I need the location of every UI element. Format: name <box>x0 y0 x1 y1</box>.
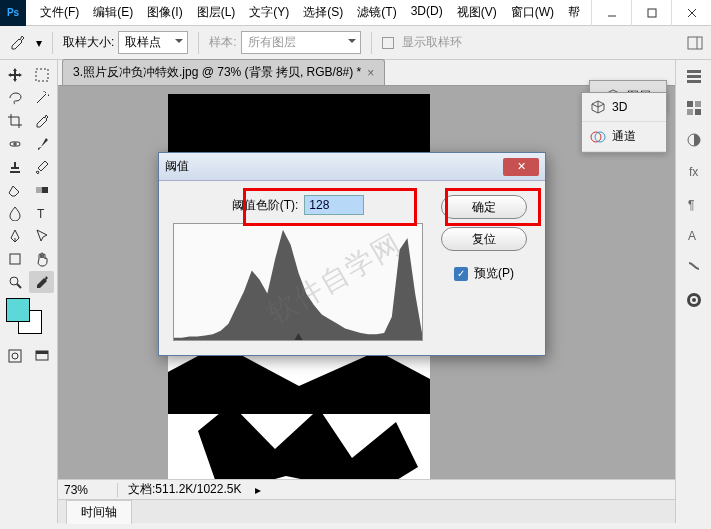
stamp-tool[interactable] <box>2 156 27 178</box>
adjustments-panel-icon[interactable] <box>684 130 704 150</box>
show-ring-label: 显示取样环 <box>402 34 462 51</box>
window-controls <box>591 0 711 26</box>
minimize-button[interactable] <box>591 0 631 26</box>
menu-view[interactable]: 视图(V) <box>451 0 503 25</box>
svg-rect-11 <box>36 187 42 193</box>
move-tool[interactable] <box>2 64 27 86</box>
svg-rect-20 <box>687 70 701 73</box>
svg-rect-6 <box>36 69 48 81</box>
color-sampler-tool[interactable] <box>29 271 54 293</box>
paragraph-panel-icon[interactable]: ¶ <box>684 194 704 214</box>
ok-button[interactable]: 确定 <box>441 195 527 219</box>
brush-tool[interactable] <box>29 133 54 155</box>
menu-window[interactable]: 窗口(W) <box>505 0 560 25</box>
pen-tool[interactable] <box>2 225 27 247</box>
svg-text:¶: ¶ <box>688 198 694 212</box>
crop-tool[interactable] <box>2 110 27 132</box>
threshold-dialog: 阈值 ✕ 阈值色阶(T): 确定 复位 ✓ 预览(P) <box>158 152 546 356</box>
menubar: 文件(F) 编辑(E) 图像(I) 图层(L) 文字(Y) 选择(S) 滤镜(T… <box>26 0 591 25</box>
cube-icon <box>590 99 606 115</box>
history-brush-tool[interactable] <box>29 156 54 178</box>
menu-filter[interactable]: 滤镜(T) <box>351 0 402 25</box>
show-ring-checkbox[interactable] <box>382 37 394 49</box>
channels-icon <box>590 129 606 145</box>
reset-button[interactable]: 复位 <box>441 227 527 251</box>
zoom-level[interactable]: 73% <box>58 483 118 497</box>
divider <box>198 32 199 54</box>
type-tool[interactable]: T <box>29 202 54 224</box>
styles-panel-icon[interactable]: fx <box>684 162 704 182</box>
sample-select[interactable]: 所有图层 <box>241 31 361 54</box>
svg-rect-24 <box>695 101 701 107</box>
close-tab-icon[interactable]: × <box>367 66 374 80</box>
doc-info: 文档:511.2K/1022.5K <box>118 481 251 498</box>
path-select-tool[interactable] <box>29 225 54 247</box>
menu-image[interactable]: 图像(I) <box>141 0 188 25</box>
screenmode-tool[interactable] <box>29 345 54 367</box>
zoom-tool[interactable] <box>2 271 27 293</box>
threshold-histogram[interactable] <box>173 223 423 341</box>
svg-rect-21 <box>687 75 701 78</box>
docinfo-menu-icon[interactable]: ▸ <box>255 483 261 497</box>
svg-rect-16 <box>9 350 21 362</box>
dialog-close-button[interactable]: ✕ <box>503 158 539 176</box>
options-bar: ▾ 取样大小: 取样点 样本: 所有图层 显示取样环 <box>0 26 711 60</box>
foreground-swatch[interactable] <box>6 298 30 322</box>
divider <box>371 32 372 54</box>
svg-rect-22 <box>687 80 701 83</box>
panel-toggle-icon[interactable] <box>687 36 703 50</box>
menu-file[interactable]: 文件(F) <box>34 0 85 25</box>
divider <box>52 32 53 54</box>
blur-tool[interactable] <box>2 202 27 224</box>
healing-tool[interactable] <box>2 133 27 155</box>
chevron-down-icon[interactable]: ▾ <box>36 36 42 50</box>
svg-line-15 <box>17 284 21 288</box>
maximize-button[interactable] <box>631 0 671 26</box>
menu-select[interactable]: 选择(S) <box>297 0 349 25</box>
threshold-input[interactable] <box>304 195 364 215</box>
menu-type[interactable]: 文字(Y) <box>243 0 295 25</box>
brush-panel-icon[interactable] <box>684 258 704 278</box>
panel-3d[interactable]: 3D <box>582 93 666 122</box>
sample-size-label: 取样大小: <box>63 34 114 51</box>
panel-channels[interactable]: 通道 <box>582 122 666 152</box>
svg-rect-26 <box>695 109 701 115</box>
svg-text:T: T <box>37 207 45 221</box>
document-tab-title: 3.照片反冲负冲特效.jpg @ 73% (背景 拷贝, RGB/8#) * <box>73 64 361 81</box>
menu-edit[interactable]: 编辑(E) <box>87 0 139 25</box>
character-panel-icon[interactable]: A <box>684 226 704 246</box>
svg-text:fx: fx <box>689 165 698 179</box>
dialog-title: 阈值 <box>165 158 189 175</box>
threshold-label: 阈值色阶(T): <box>232 197 299 214</box>
magic-wand-tool[interactable] <box>29 87 54 109</box>
menu-3d[interactable]: 3D(D) <box>405 0 449 25</box>
menu-layer[interactable]: 图层(L) <box>191 0 242 25</box>
quickmask-tool[interactable] <box>2 345 27 367</box>
cloud-panel-icon[interactable] <box>684 290 704 310</box>
sample-label: 样本: <box>209 34 236 51</box>
color-swatches[interactable] <box>2 294 55 344</box>
menu-help[interactable]: 帮 <box>562 0 586 25</box>
dialog-titlebar[interactable]: 阈值 ✕ <box>159 153 545 181</box>
history-panel-icon[interactable] <box>684 66 704 86</box>
panel-3d-label: 3D <box>612 100 627 114</box>
svg-point-17 <box>12 353 18 359</box>
shape-tool[interactable] <box>2 248 27 270</box>
eyedropper-tool[interactable] <box>29 110 54 132</box>
preview-checkbox[interactable]: ✓ <box>454 267 468 281</box>
info-panels: 3D 通道 <box>581 92 667 153</box>
gradient-tool[interactable] <box>29 179 54 201</box>
hand-tool[interactable] <box>29 248 54 270</box>
titlebar: Ps 文件(F) 编辑(E) 图像(I) 图层(L) 文字(Y) 选择(S) 滤… <box>0 0 711 26</box>
swatches-panel-icon[interactable] <box>684 98 704 118</box>
document-tabbar: 3.照片反冲负冲特效.jpg @ 73% (背景 拷贝, RGB/8#) * × <box>58 60 675 86</box>
close-button[interactable] <box>671 0 711 26</box>
document-tab[interactable]: 3.照片反冲负冲特效.jpg @ 73% (背景 拷贝, RGB/8#) * × <box>62 59 385 85</box>
marquee-tool[interactable] <box>29 64 54 86</box>
lasso-tool[interactable] <box>2 87 27 109</box>
status-bar: 73% 文档:511.2K/1022.5K ▸ <box>58 479 675 499</box>
timeline-tab[interactable]: 时间轴 <box>66 500 132 524</box>
eyedropper-icon <box>8 34 26 52</box>
sample-size-select[interactable]: 取样点 <box>118 31 188 54</box>
eraser-tool[interactable] <box>2 179 27 201</box>
